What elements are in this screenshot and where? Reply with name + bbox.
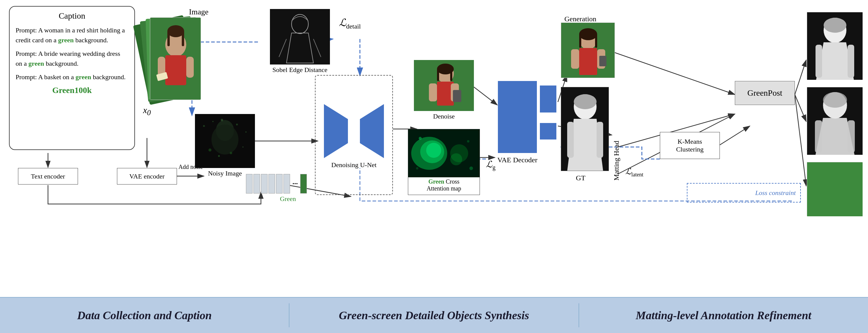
result-white-matte xyxy=(807,12,862,80)
svg-point-38 xyxy=(236,124,238,125)
denoise-label: Denoise xyxy=(414,113,474,120)
diagram-area: Caption Prompt: A woman in a red shirt h… xyxy=(0,0,868,297)
prompt-2-after: background. xyxy=(44,60,79,67)
sobel-container: Sobel Edge Distance xyxy=(270,9,330,78)
bottom-section-1: Data Collection and Caption xyxy=(0,309,289,322)
token-bar-4 xyxy=(269,174,275,193)
svg-point-86 xyxy=(824,18,846,33)
svg-rect-56 xyxy=(450,69,452,81)
svg-rect-82 xyxy=(567,122,574,158)
caption-title: Caption xyxy=(16,11,128,21)
loss-constraint-label: Loss constraint xyxy=(755,189,796,197)
vae-decoder-rect xyxy=(498,81,537,153)
attention-image xyxy=(408,129,479,177)
svg-point-43 xyxy=(242,146,244,148)
x0-label: x0 xyxy=(143,105,151,117)
svg-point-68 xyxy=(469,166,473,170)
svg-rect-78 xyxy=(599,56,607,66)
svg-point-40 xyxy=(209,149,212,151)
img-front xyxy=(150,18,201,100)
svg-rect-88 xyxy=(847,45,854,78)
svg-point-65 xyxy=(450,153,462,165)
svg-point-63 xyxy=(426,143,441,158)
sobel-label: Sobel Edge Distance xyxy=(270,66,330,74)
matting-head-label: Matting Head xyxy=(612,117,621,204)
svg-line-21 xyxy=(720,126,750,145)
attention-container: Green CrossAttention map xyxy=(408,129,480,195)
bottom-bar: Data Collection and Caption Green-screen… xyxy=(0,297,868,333)
prompt-3: Prompt: A basket on a green background. xyxy=(16,72,128,82)
svg-rect-75 xyxy=(595,34,597,48)
svg-marker-50 xyxy=(360,104,384,158)
prompt-3-before: Prompt: A basket on a xyxy=(16,73,75,81)
kmeans-label: K-MeansClustering xyxy=(676,138,704,153)
svg-rect-83 xyxy=(596,122,603,158)
bottom-section-2: Green-screen Detailed Objects Synthesis xyxy=(289,309,578,322)
svg-rect-44 xyxy=(270,9,330,64)
svg-point-37 xyxy=(221,119,223,121)
svg-rect-27 xyxy=(167,31,170,46)
svg-rect-94 xyxy=(807,162,863,216)
svg-rect-59 xyxy=(453,90,461,102)
image-stack xyxy=(138,6,204,102)
token-bar-1 xyxy=(246,174,252,193)
prompt-1: Prompt: A woman in a red shirt holding a… xyxy=(16,25,128,45)
sobel-image xyxy=(270,9,330,64)
greenpost-box: GreenPost xyxy=(735,81,795,105)
caption-box: Caption Prompt: A woman in a red shirt h… xyxy=(9,6,135,150)
vae-encoder-label: VAE encoder xyxy=(129,173,165,180)
token-dots: ··· xyxy=(292,180,298,188)
unet-label: Denoising U-Net xyxy=(332,161,377,169)
dataset-name: Green100k xyxy=(16,86,128,95)
svg-rect-76 xyxy=(571,49,579,69)
conn-box-1 xyxy=(540,86,556,113)
conn-box-2 xyxy=(540,123,556,140)
vae-decoder-label: VAE Decoder xyxy=(493,156,541,164)
svg-rect-74 xyxy=(579,34,581,48)
svg-point-42 xyxy=(230,152,232,154)
prompt-1-green: green xyxy=(58,36,74,44)
prompt-2-green: green xyxy=(29,60,44,67)
result-green-bg xyxy=(807,162,862,216)
svg-rect-92 xyxy=(815,120,822,153)
token-bar-3 xyxy=(261,174,268,193)
token-bar-5 xyxy=(276,174,282,193)
svg-point-34 xyxy=(212,124,239,154)
prompt-2: Prompt: A bride wearing wedding dress on… xyxy=(16,49,128,68)
svg-line-18 xyxy=(795,60,806,94)
text-encoder-box: Text encoder xyxy=(18,168,78,184)
denoise-container: Denoise xyxy=(414,60,474,120)
svg-point-26 xyxy=(167,25,184,37)
gt-label: GT xyxy=(576,174,586,182)
svg-rect-55 xyxy=(437,69,439,81)
matting-head-text: Matting Head xyxy=(613,141,621,181)
greenpost-label: GreenPost xyxy=(747,88,782,98)
l-detail-label: ℒdetail xyxy=(339,17,361,30)
token-green-label: Green xyxy=(246,195,330,203)
svg-point-41 xyxy=(218,155,220,157)
svg-point-66 xyxy=(419,137,422,140)
svg-rect-28 xyxy=(182,31,184,46)
vae-encoder-box: VAE encoder xyxy=(117,168,177,184)
svg-rect-72 xyxy=(579,48,597,75)
l-latent-label: ℒlatent xyxy=(625,166,643,178)
svg-rect-87 xyxy=(815,45,822,78)
svg-point-36 xyxy=(212,121,214,122)
token-container: ··· Green xyxy=(246,174,330,198)
result-black-matte xyxy=(807,87,862,154)
main-container: Caption Prompt: A woman in a red shirt h… xyxy=(0,0,868,333)
svg-point-39 xyxy=(245,131,247,132)
bottom-section-3: Matting-level Annotation Refinement xyxy=(579,309,868,322)
gt-image-top xyxy=(561,87,609,171)
svg-rect-24 xyxy=(165,55,186,85)
svg-line-15 xyxy=(606,50,735,94)
token-green-bar xyxy=(300,174,307,193)
gen-head-image xyxy=(561,23,615,78)
svg-point-35 xyxy=(203,125,205,127)
kmeans-box: K-MeansClustering xyxy=(660,132,720,159)
token-bar-2 xyxy=(253,174,260,193)
svg-rect-93 xyxy=(847,120,855,153)
svg-point-91 xyxy=(823,92,847,108)
text-encoder-label: Text encoder xyxy=(31,173,65,180)
svg-line-19 xyxy=(795,94,806,121)
